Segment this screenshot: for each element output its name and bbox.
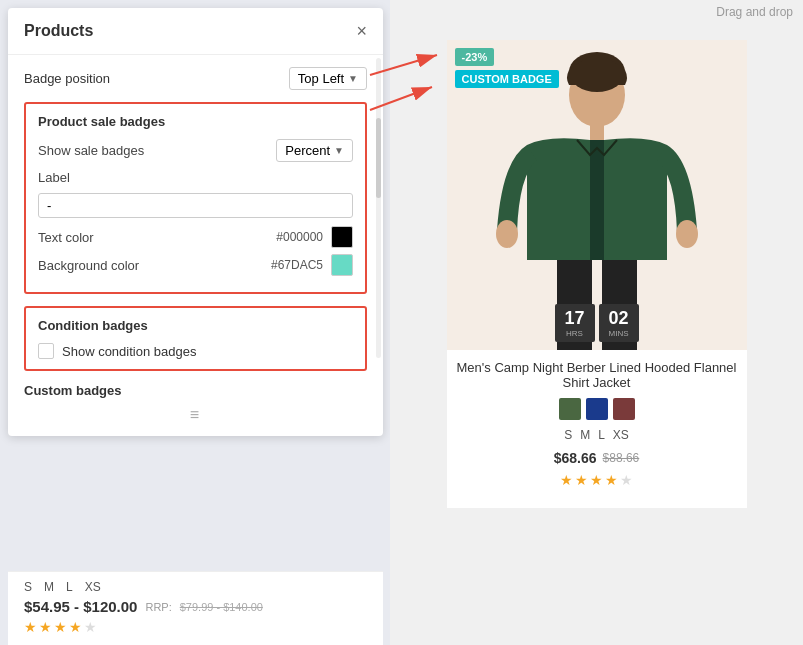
text-color-swatch[interactable] — [331, 226, 353, 248]
show-sale-value: Percent — [285, 143, 330, 158]
panel-body: Badge position Top Left ▼ Product sale b… — [8, 55, 383, 436]
timer-hours-label: HRS — [563, 329, 587, 338]
chevron-down-icon: ▼ — [348, 73, 358, 84]
star-3: ★ — [54, 619, 67, 635]
show-sale-label: Show sale badges — [38, 143, 144, 158]
size-m[interactable]: M — [580, 428, 590, 442]
price-current: $68.66 — [554, 450, 597, 466]
color-swatch-brown[interactable] — [613, 398, 635, 420]
badge-position-row: Badge position Top Left ▼ — [24, 67, 367, 90]
drag-handle-icon[interactable]: ≡ — [24, 406, 367, 424]
star-4: ★ — [69, 619, 82, 635]
badge-position-label: Badge position — [24, 71, 110, 86]
timer-mins-label: MINS — [607, 329, 631, 338]
custom-badges-section: Custom badges ≡ — [24, 383, 367, 424]
svg-point-6 — [676, 220, 698, 248]
star-3: ★ — [590, 472, 603, 488]
bottom-price-row: $54.95 - $120.00 RRP: $79.99 - $140.00 — [24, 598, 367, 615]
bottom-price-old: $79.99 - $140.00 — [180, 601, 263, 613]
star-5: ★ — [620, 472, 633, 488]
scrollbar[interactable] — [376, 58, 381, 358]
sale-badges-title: Product sale badges — [38, 114, 353, 129]
product-title: Men's Camp Night Berber Lined Hooded Fla… — [457, 360, 737, 390]
show-sale-select[interactable]: Percent ▼ — [276, 139, 353, 162]
panel-title: Products — [24, 22, 93, 40]
star-4: ★ — [605, 472, 618, 488]
panel-header: Products × — [8, 8, 383, 55]
star-rating: ★ ★ ★ ★ ★ — [457, 472, 737, 488]
label-field-row: Label — [38, 170, 353, 185]
close-button[interactable]: × — [356, 22, 367, 40]
bg-color-row: Background color #67DAC5 — [38, 254, 353, 276]
show-condition-label: Show condition badges — [62, 344, 196, 359]
show-sale-badges-row: Show sale badges Percent ▼ — [38, 139, 353, 162]
badge-position-select[interactable]: Top Left ▼ — [289, 67, 367, 90]
custom-badges-title: Custom badges — [24, 383, 367, 398]
timer-hours: 17 — [563, 308, 587, 329]
bg-color-swatch[interactable] — [331, 254, 353, 276]
size-s[interactable]: S — [564, 428, 572, 442]
condition-badges-title: Condition badges — [38, 318, 353, 333]
bottom-price-rrp-label: RRP: — [145, 601, 171, 613]
star-1: ★ — [24, 619, 37, 635]
bg-color-control: #67DAC5 — [271, 254, 353, 276]
size-s: S — [24, 580, 32, 594]
bottom-size-row: S M L XS — [24, 580, 367, 594]
text-color-control: #000000 — [276, 226, 353, 248]
color-swatch-green[interactable] — [559, 398, 581, 420]
text-color-label: Text color — [38, 230, 94, 245]
bottom-stars: ★ ★ ★ ★ ★ — [24, 619, 367, 635]
chevron-down-icon: ▼ — [334, 145, 344, 156]
star-5: ★ — [84, 619, 97, 635]
bg-color-hex: #67DAC5 — [271, 258, 323, 272]
text-color-hex: #000000 — [276, 230, 323, 244]
size-options: S M L XS — [457, 428, 737, 442]
size-l[interactable]: L — [598, 428, 605, 442]
star-1: ★ — [560, 472, 573, 488]
show-condition-badges-row: Show condition badges — [38, 343, 353, 359]
svg-rect-4 — [590, 140, 604, 260]
svg-rect-3 — [590, 122, 604, 140]
condition-badges-section: Condition badges Show condition badges — [24, 306, 367, 371]
sale-badge: -23% — [455, 48, 495, 66]
svg-point-5 — [496, 220, 518, 248]
price-old: $88.66 — [603, 451, 640, 465]
product-image-area: -23% CUSTOM BADGE 17 HRS 02 MINS — [447, 40, 747, 350]
show-condition-checkbox[interactable] — [38, 343, 54, 359]
bottom-price-main: $54.95 - $120.00 — [24, 598, 137, 615]
star-2: ★ — [575, 472, 588, 488]
settings-panel: Products × Badge position Top Left ▼ Pro… — [8, 8, 383, 436]
sale-badges-section: Product sale badges Show sale badges Per… — [24, 102, 367, 294]
label-input[interactable] — [38, 193, 353, 218]
color-swatches — [457, 398, 737, 420]
star-2: ★ — [39, 619, 52, 635]
bg-color-label: Background color — [38, 258, 139, 273]
price-row: $68.66 $88.66 — [457, 450, 737, 466]
scrollbar-thumb[interactable] — [376, 118, 381, 198]
product-card: -23% CUSTOM BADGE 17 HRS 02 MINS Men's C… — [447, 40, 747, 508]
size-xs: XS — [85, 580, 101, 594]
bottom-product-strip: S M L XS $54.95 - $120.00 RRP: $79.99 - … — [8, 571, 383, 645]
badge-position-value: Top Left — [298, 71, 344, 86]
drag-drop-text: Drag and drop — [716, 5, 793, 19]
label-field-label: Label — [38, 170, 70, 185]
countdown-timer: 17 HRS 02 MINS — [555, 304, 639, 342]
text-color-row: Text color #000000 — [38, 226, 353, 248]
size-l: L — [66, 580, 73, 594]
custom-badge: CUSTOM BADGE — [455, 70, 559, 88]
timer-mins: 02 — [607, 308, 631, 329]
timer-hours-block: 17 HRS — [555, 304, 595, 342]
size-m: M — [44, 580, 54, 594]
size-xs[interactable]: XS — [613, 428, 629, 442]
main-content: Drag and drop — [390, 0, 803, 645]
product-info: Men's Camp Night Berber Lined Hooded Fla… — [447, 350, 747, 498]
timer-mins-block: 02 MINS — [599, 304, 639, 342]
color-swatch-blue[interactable] — [586, 398, 608, 420]
